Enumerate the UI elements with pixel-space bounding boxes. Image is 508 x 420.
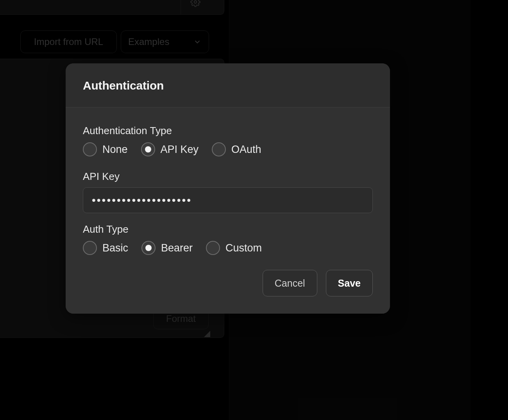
authentication-dialog: Authentication Authentication Type None … — [66, 63, 390, 314]
auth-type-oauth-option[interactable]: OAuth — [212, 142, 261, 156]
dialog-header: Authentication — [66, 63, 390, 108]
api-key-input[interactable] — [83, 187, 373, 213]
save-button[interactable]: Save — [326, 270, 373, 296]
radio-icon — [206, 241, 220, 255]
auth-scheme-radios: Basic Bearer Custom — [83, 241, 373, 255]
dialog-title: Authentication — [83, 79, 373, 92]
cancel-button[interactable]: Cancel — [263, 270, 317, 296]
radio-checked-icon — [141, 142, 155, 156]
dialog-body: Authentication Type None API Key OAuth A… — [66, 108, 390, 314]
authentication-type-label: Authentication Type — [83, 125, 373, 137]
radio-checked-icon — [141, 241, 156, 255]
auth-type-none-label: None — [102, 144, 128, 156]
api-key-label: API Key — [83, 171, 373, 183]
auth-scheme-bearer-label: Bearer — [161, 242, 193, 254]
auth-scheme-basic-label: Basic — [102, 242, 128, 254]
radio-icon — [83, 142, 97, 156]
auth-type-oauth-label: OAuth — [231, 144, 261, 156]
auth-type-none-option[interactable]: None — [83, 142, 128, 156]
radio-icon — [212, 142, 226, 156]
authentication-type-radios: None API Key OAuth — [83, 142, 373, 156]
auth-scheme-label: Auth Type — [83, 223, 373, 235]
auth-type-api-key-option[interactable]: API Key — [141, 142, 199, 156]
auth-scheme-custom-label: Custom — [225, 242, 262, 254]
auth-type-api-key-label: API Key — [161, 144, 199, 156]
api-key-field-wrap — [83, 187, 373, 213]
auth-scheme-bearer-option[interactable]: Bearer — [141, 241, 193, 255]
auth-scheme-custom-option[interactable]: Custom — [206, 241, 262, 255]
radio-icon — [83, 241, 97, 255]
dialog-footer: Cancel Save — [83, 270, 373, 296]
auth-scheme-basic-option[interactable]: Basic — [83, 241, 128, 255]
